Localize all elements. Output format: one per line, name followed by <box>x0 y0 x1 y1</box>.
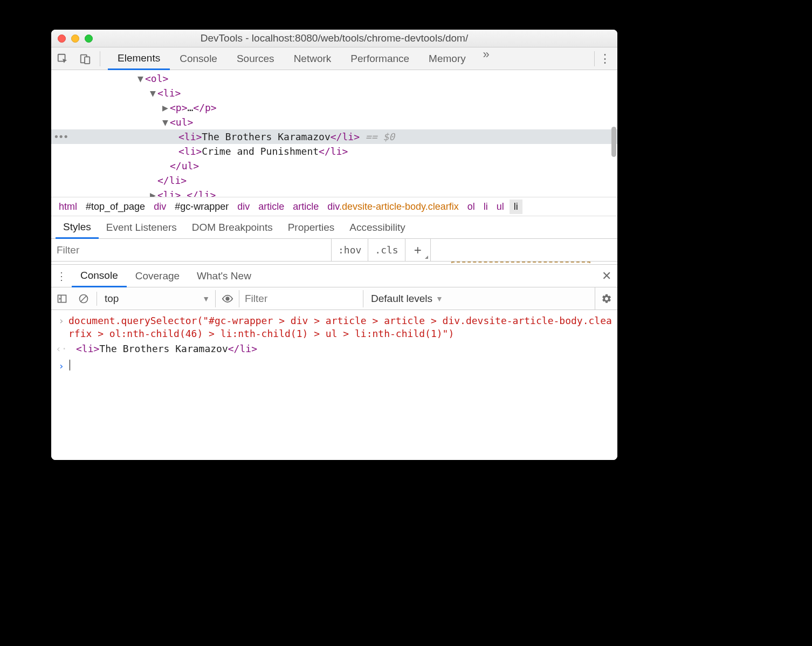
console-settings-icon[interactable] <box>595 287 617 310</box>
styles-body <box>51 262 617 264</box>
crumb[interactable]: div <box>150 200 169 214</box>
dom-tree[interactable]: ▼<ol> ▼<li> ▶<p>…</p> ▼<ul> <li>The Brot… <box>51 70 617 197</box>
titlebar: DevTools - localhost:8080/web/tools/chro… <box>51 30 617 47</box>
tab-sources[interactable]: Sources <box>227 47 284 70</box>
separator <box>97 292 97 306</box>
crumb-current[interactable]: li <box>510 200 522 214</box>
svg-rect-3 <box>58 295 66 302</box>
svg-point-7 <box>226 297 229 300</box>
dom-node[interactable]: ▼<li> <box>51 86 617 100</box>
text-cursor <box>70 360 70 370</box>
subtab-properties[interactable]: Properties <box>280 216 342 239</box>
dom-node[interactable]: ▶<li>…</li> <box>51 188 617 197</box>
tab-elements[interactable]: Elements <box>108 47 170 70</box>
dom-node[interactable]: <li>Crime and Punishment</li> <box>51 144 617 159</box>
drawer-menu-icon[interactable]: ⋮ <box>51 270 72 283</box>
chevron-right-icon: › <box>56 314 64 340</box>
subtab-styles[interactable]: Styles <box>56 216 99 239</box>
device-toggle-icon[interactable] <box>74 47 97 70</box>
tab-console[interactable]: Console <box>170 47 227 70</box>
subtab-event-listeners[interactable]: Event Listeners <box>99 216 184 239</box>
console-output[interactable]: › document.querySelector("#gc-wrapper > … <box>51 310 617 460</box>
subtab-accessibility[interactable]: Accessibility <box>342 216 412 239</box>
dom-node[interactable]: ▼<ol> <box>51 71 617 86</box>
console-sidebar-toggle-icon[interactable] <box>51 287 73 310</box>
dom-node[interactable]: ▼<ul> <box>51 115 617 129</box>
drawer-tab-console[interactable]: Console <box>72 265 127 287</box>
traffic-lights <box>58 35 93 43</box>
breadcrumb: html #top_of_page div #gc-wrapper div ar… <box>51 197 617 216</box>
levels-label: Default levels <box>371 293 432 305</box>
tab-memory[interactable]: Memory <box>419 47 476 70</box>
execution-context-select[interactable]: top ▼ <box>99 290 216 307</box>
more-tabs-icon[interactable]: » <box>476 47 497 70</box>
crumb[interactable]: article <box>255 200 287 214</box>
crumb[interactable]: div.devsite-article-body.clearfix <box>324 200 462 214</box>
prompt-chevron-icon: › <box>56 360 64 373</box>
cls-toggle[interactable]: .cls <box>368 239 405 261</box>
console-prompt-row[interactable]: › <box>56 356 613 374</box>
devtools-window: DevTools - localhost:8080/web/tools/chro… <box>51 30 617 460</box>
console-toolbar: top ▼ Default levels ▼ <box>51 287 617 310</box>
context-label: top <box>105 293 119 305</box>
crumb[interactable]: #top_of_page <box>82 200 148 214</box>
crumb[interactable]: #gc-wrapper <box>171 200 232 214</box>
drawer-tab-whatsnew[interactable]: What's New <box>188 265 260 287</box>
crumb[interactable]: div <box>234 200 253 214</box>
console-return-value[interactable]: <li>The Brothers Karamazov</li> <box>68 342 257 355</box>
chevron-down-icon: ▼ <box>202 294 210 303</box>
live-expression-icon[interactable] <box>216 290 239 307</box>
tab-network[interactable]: Network <box>284 47 341 70</box>
styles-filter-row: :hov .cls + <box>51 239 617 262</box>
console-drawer: ⋮ Console Coverage What's New ✕ top ▼ <box>51 264 617 460</box>
svg-rect-2 <box>85 57 90 64</box>
svg-line-6 <box>81 296 86 301</box>
maximize-window-icon[interactable] <box>85 35 93 43</box>
close-drawer-icon[interactable]: ✕ <box>596 269 617 283</box>
return-arrow-icon: ‹· <box>56 342 64 355</box>
styles-filter-input[interactable] <box>51 239 332 261</box>
close-window-icon[interactable] <box>58 35 66 43</box>
minimize-window-icon[interactable] <box>71 35 79 43</box>
box-model-fragment <box>451 262 590 263</box>
crumb[interactable]: ol <box>464 200 478 214</box>
inspect-element-icon[interactable] <box>51 47 74 70</box>
dom-node-selected[interactable]: <li>The Brothers Karamazov</li> == $0 <box>51 129 617 144</box>
console-filter-input[interactable] <box>239 290 363 307</box>
main-toolbar: Elements Console Sources Network Perform… <box>51 47 617 70</box>
crumb[interactable]: li <box>480 200 491 214</box>
main-tabs: Elements Console Sources Network Perform… <box>108 47 594 70</box>
hov-toggle[interactable]: :hov <box>332 239 368 261</box>
dom-node[interactable]: ▶<p>…</p> <box>51 100 617 115</box>
new-style-rule-icon[interactable]: + <box>405 239 431 261</box>
console-return-row: ‹· <li>The Brothers Karamazov</li> <box>56 341 613 356</box>
clear-console-icon[interactable] <box>73 287 94 310</box>
scrollbar-thumb[interactable] <box>611 127 616 157</box>
console-input-text: document.querySelector("#gc-wrapper > di… <box>68 314 613 340</box>
tab-performance[interactable]: Performance <box>341 47 419 70</box>
drawer-tabs: ⋮ Console Coverage What's New ✕ <box>51 265 617 287</box>
window-title: DevTools - localhost:8080/web/tools/chro… <box>51 32 617 44</box>
crumb[interactable]: article <box>290 200 322 214</box>
subtab-dom-breakpoints[interactable]: DOM Breakpoints <box>184 216 280 239</box>
chevron-down-icon: ▼ <box>436 294 443 303</box>
dom-node[interactable]: </ul> <box>51 159 617 173</box>
settings-menu-icon[interactable]: ⋮ <box>595 52 615 66</box>
separator <box>100 51 100 66</box>
drawer-tab-coverage[interactable]: Coverage <box>127 265 188 287</box>
crumb[interactable]: ul <box>493 200 507 214</box>
crumb[interactable]: html <box>56 200 80 214</box>
styles-tabs: Styles Event Listeners DOM Breakpoints P… <box>51 216 617 239</box>
console-input-row: › document.querySelector("#gc-wrapper > … <box>56 313 613 341</box>
log-levels-select[interactable]: Default levels ▼ <box>363 293 451 305</box>
dom-node[interactable]: </li> <box>51 173 617 188</box>
